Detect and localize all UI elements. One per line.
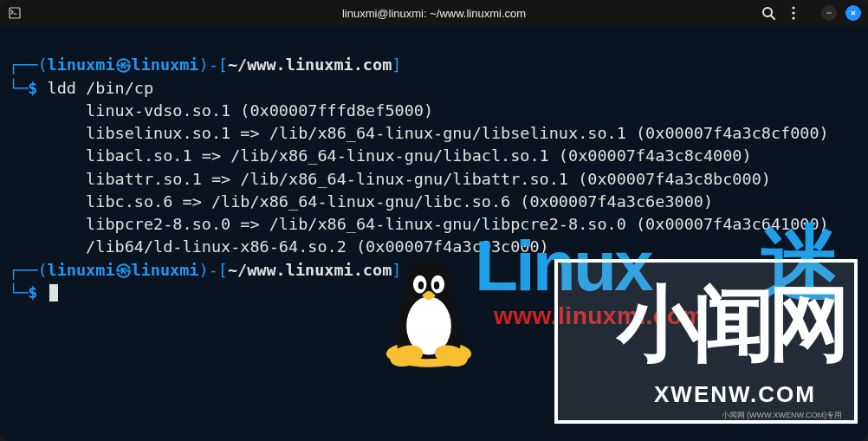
window-title: linuxmi@linuxmi: ~/www.linuxmi.com — [342, 7, 526, 20]
svg-rect-0 — [10, 8, 20, 18]
command-line-1: └─$ ldd /bin/cp — [9, 79, 153, 97]
terminal-window: linuxmi@linuxmi: ~/www.linuxmi.com ┌──(l… — [0, 0, 868, 441]
command-line-2: └─$ — [9, 283, 58, 302]
output-line-2: libacl.so.1 => /lib/x86_64-linux-gnu/lib… — [9, 146, 752, 165]
window-buttons — [821, 5, 861, 21]
close-button[interactable] — [845, 5, 861, 21]
command-text: ldd /bin/cp — [48, 79, 154, 97]
output-line-0: linux-vdso.so.1 (0x00007fffd8ef5000) — [9, 101, 433, 120]
prompt-line-2: ┌──(linuxmi㉿linuxmi)-[~/www.linuxmi.com] — [9, 261, 401, 279]
svg-point-4 — [792, 11, 794, 14]
output-line-1: libselinux.so.1 => /lib/x86_64-linux-gnu… — [9, 124, 829, 142]
output-line-6: /lib64/ld-linux-x86-64.so.2 (0x00007f4a3… — [9, 237, 549, 256]
titlebar: linuxmi@linuxmi: ~/www.linuxmi.com — [0, 0, 868, 26]
titlebar-controls — [761, 5, 861, 21]
minimize-button[interactable] — [821, 5, 837, 21]
prompt-line-1: ┌──(linuxmi㉿linuxmi)-[~/www.linuxmi.com] — [9, 55, 401, 74]
output-line-4: libc.so.6 => /lib/x86_64-linux-gnu/libc.… — [9, 192, 713, 211]
output-line-5: libpcre2-8.so.0 => /lib/x86_64-linux-gnu… — [9, 215, 829, 233]
output-line-3: libattr.so.1 => /lib/x86_64-linux-gnu/li… — [9, 170, 771, 188]
svg-point-5 — [792, 16, 794, 19]
svg-line-2 — [771, 16, 774, 19]
terminal-body[interactable]: ┌──(linuxmi㉿linuxmi)-[~/www.linuxmi.com]… — [0, 26, 868, 441]
svg-point-3 — [792, 6, 794, 9]
search-icon[interactable] — [761, 6, 776, 21]
app-icon — [7, 5, 23, 21]
cursor — [49, 284, 58, 302]
menu-icon[interactable] — [792, 6, 795, 20]
